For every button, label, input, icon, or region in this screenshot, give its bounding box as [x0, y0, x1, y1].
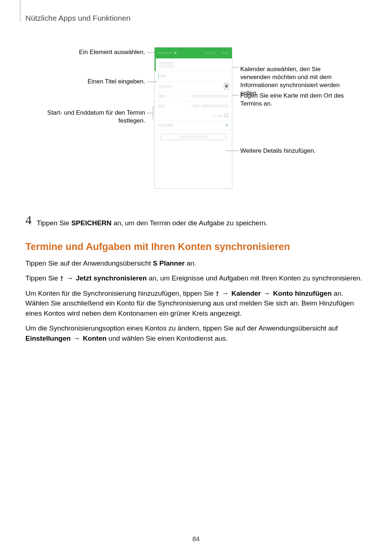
- page-number: 84: [192, 535, 200, 543]
- location-row: Location: [155, 82, 232, 91]
- callout-text: Informationen synchronisiert werden: [240, 82, 340, 89]
- lead-line: [232, 67, 239, 67]
- lead-line: [147, 82, 157, 82]
- text: Tippen Sie: [25, 274, 60, 282]
- paragraph-4: Um die Synchronisierungsoption eines Kon…: [25, 323, 367, 343]
- topbar-title: Add event: [158, 51, 172, 55]
- lead-line: [232, 95, 239, 95]
- end-row: End Wed, 06/03/2015 21:00: [155, 101, 232, 111]
- margin-line: [20, 0, 20, 22]
- bold-text: Konten: [83, 335, 106, 342]
- title-row: Title: [155, 71, 232, 82]
- step-text: Tippen Sie SPEICHERN an, um den Termin o…: [37, 214, 268, 228]
- start-row: Start Wed, 06/03/2015 20:00: [155, 91, 232, 101]
- bold-text: S Planner: [153, 259, 185, 267]
- bold-text: Kalender: [231, 290, 261, 297]
- callout-more-details: Weitere Details hinzufügen.: [240, 147, 367, 155]
- callout-start-end1: Start- und Enddatum für den Termin: [25, 109, 145, 117]
- callout-text: Termins an.: [240, 100, 272, 107]
- bold-text: Einstellungen: [25, 335, 71, 342]
- allday-label: All day: [213, 114, 222, 117]
- bold-text: Konto hinzufügen: [273, 290, 331, 297]
- section-heading: Termine und Aufgaben mit Ihren Konten sy…: [25, 241, 367, 253]
- arrow-icon: →: [71, 335, 83, 342]
- bold-text: SPEICHERN: [71, 219, 111, 227]
- more-options-button: VIEW MORE OPTIONS: [160, 134, 226, 140]
- topbar-cancel: CANCEL: [204, 52, 217, 55]
- step-number: 4: [25, 214, 32, 226]
- lead-tick: [153, 106, 153, 119]
- start-label: Start: [158, 94, 166, 98]
- lead-line: [226, 151, 239, 151]
- text: Um die Synchronisierungsoption eines Kon…: [25, 324, 338, 332]
- callout-text: Fügen Sie eine Karte mit dem Ort des: [240, 92, 344, 99]
- arrow-icon: →: [219, 290, 232, 297]
- lead-line: [147, 52, 154, 53]
- bold-text: Jetzt synchronisieren: [76, 274, 147, 282]
- paragraph-3: Um Konten für die Synchronisierung hinzu…: [25, 288, 367, 319]
- text: und wählen Sie einen Kontodienst aus.: [107, 335, 228, 342]
- text: an, um Ereignisse und Aufgaben mit Ihren…: [147, 274, 362, 282]
- plus-icon: +: [225, 122, 228, 128]
- text-cursor: [158, 74, 159, 78]
- paragraph-1: Tippen Sie auf der Anwendungsübersicht S…: [25, 258, 367, 268]
- callout-start-end2: festlegen.: [25, 117, 145, 125]
- start-value: Wed, 06/03/2015 20:00: [192, 94, 228, 98]
- arrow-icon: →: [261, 290, 273, 297]
- callout-text: verwenden möchten und mit dem: [240, 74, 331, 81]
- allday-checkbox: [225, 114, 228, 117]
- text: an.: [185, 259, 196, 267]
- callout-text: Kalender auswählen, den Sie: [240, 66, 320, 73]
- callout-select-element: Ein Element auswählen.: [25, 48, 145, 56]
- lead-line: [147, 113, 153, 113]
- figure-container: Add event ▼ CANCEL SAVE Calendar My cale…: [25, 47, 367, 192]
- calendar-label: Calendar: [159, 61, 173, 65]
- more-options-label: VIEW MORE OPTIONS: [178, 136, 208, 138]
- dropdown-icon: ▼: [174, 51, 177, 55]
- screenshot-topbar: Add event ▼ CANCEL SAVE: [155, 48, 232, 58]
- more-options-icon: [61, 276, 62, 281]
- allday-row: All day: [155, 111, 232, 120]
- text: Tippen Sie auf der Anwendungsübersicht: [25, 259, 153, 267]
- text: Tippen Sie: [37, 219, 71, 227]
- callout-add-map: Fügen Sie eine Karte mit dem Ort des Ter…: [240, 92, 367, 108]
- callout-enter-title: Einen Titel eingeben.: [25, 78, 145, 86]
- location-pin-icon: [224, 83, 229, 90]
- arrow-icon: →: [64, 274, 76, 282]
- end-label: End: [158, 104, 164, 108]
- paragraph-2: Tippen Sie → Jetzt synchronisieren an, u…: [25, 273, 367, 283]
- more-options-icon: [217, 291, 218, 296]
- reminder-label: Reminder: [158, 123, 173, 127]
- phone-screenshot: Add event ▼ CANCEL SAVE Calendar My cale…: [154, 47, 232, 189]
- text: an, um den Termin oder die Aufgabe zu sp…: [111, 219, 268, 227]
- calendar-row: Calendar My calendar: [155, 58, 232, 71]
- text: Um Konten für die Synchronisierung hinzu…: [25, 290, 216, 297]
- title-placeholder: Title: [160, 74, 167, 78]
- end-value: Wed, 06/03/2015 21:00: [192, 104, 228, 108]
- topbar-save: SAVE: [221, 52, 229, 55]
- step-4: 4 Tippen Sie SPEICHERN an, um den Termin…: [25, 214, 367, 228]
- page-header-title: Nützliche Apps und Funktionen: [25, 14, 131, 22]
- calendar-sub: My calendar: [159, 65, 174, 68]
- reminder-row: Reminder +: [155, 120, 232, 130]
- location-placeholder: Location: [158, 85, 171, 88]
